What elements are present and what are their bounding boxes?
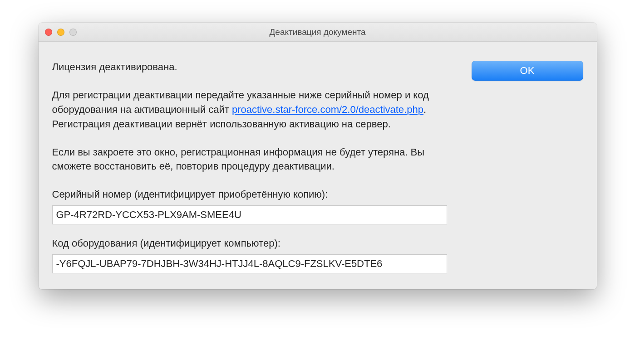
action-area: OK (465, 60, 583, 273)
instruction-paragraph: Для регистрации деактивации передайте ук… (52, 88, 447, 131)
close-window-button[interactable] (45, 29, 52, 36)
serial-number-input[interactable] (52, 205, 447, 224)
message-area: Лицензия деактивирована. Для регистрации… (52, 60, 447, 273)
serial-number-label: Серийный номер (идентифицирует приобретё… (52, 187, 447, 202)
window-title: Деактивация документа (39, 27, 597, 37)
close-note-text: Если вы закроете это окно, регистрационн… (52, 145, 447, 174)
minimize-window-button[interactable] (57, 29, 64, 36)
maximize-window-button[interactable] (69, 29, 77, 36)
dialog-window: Деактивация документа Лицензия деактивир… (39, 23, 597, 289)
hardware-code-input[interactable] (52, 254, 447, 273)
dialog-content: Лицензия деактивирована. Для регистрации… (39, 42, 597, 289)
license-deactivated-text: Лицензия деактивирована. (52, 60, 447, 74)
hardware-code-label: Код оборудования (идентифицирует компьют… (52, 236, 447, 251)
deactivation-link[interactable]: proactive.star-force.com/2.0/deactivate.… (232, 104, 423, 115)
traffic-lights (39, 29, 77, 36)
ok-button[interactable]: OK (472, 61, 583, 81)
titlebar: Деактивация документа (39, 23, 597, 42)
